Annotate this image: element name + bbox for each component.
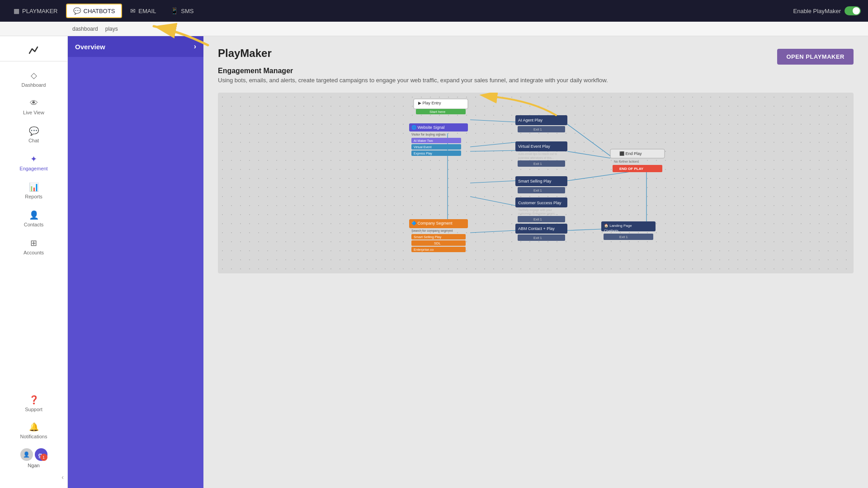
content-wrapper: PlayMaker OPEN PLAYMAKER Engagement Mana… xyxy=(218,47,854,273)
enable-toggle: Enable PlayMaker xyxy=(793,6,861,15)
notifications-icon: 🔔 xyxy=(29,422,39,432)
svg-text:🏠 Landing Page: 🏠 Landing Page xyxy=(604,223,632,228)
sms-icon: 📱 xyxy=(170,7,178,14)
svg-text:🌐 Website Signal: 🌐 Website Signal xyxy=(411,125,444,130)
svg-text:customers Enterprise pages...: customers Enterprise pages... xyxy=(518,212,557,216)
sidebar-item-reports-label: Reports xyxy=(25,194,42,199)
sidebar-item-notifications[interactable]: 🔔 Notifications xyxy=(4,418,64,444)
svg-line-8 xyxy=(470,197,515,206)
dashboard-icon: ◇ xyxy=(31,70,37,80)
tab-chatbots[interactable]: 💬 CHATBOTS xyxy=(66,4,123,18)
sidebar-item-dashboard-label: Dashboard xyxy=(22,82,46,88)
svg-line-9 xyxy=(470,230,515,233)
tab-playmaker-label: PLAYMAKER xyxy=(22,8,58,14)
svg-text:⬛ End Play: ⬛ End Play xyxy=(619,151,642,156)
left-panel-header[interactable]: Overview › xyxy=(68,36,203,57)
sidebar-item-chat-label: Chat xyxy=(28,138,39,143)
chatbots-icon: 💬 xyxy=(73,7,81,14)
email-icon: ✉ xyxy=(130,7,136,14)
left-panel-title: Overview xyxy=(75,43,105,51)
sub-tab-dashboard[interactable]: dashboard xyxy=(72,24,98,34)
sidebar-item-engagement[interactable]: ✦ Engagement xyxy=(4,150,64,176)
sidebar-item-engagement-label: Engagement xyxy=(19,166,47,171)
sidebar: ◇ Dashboard 👁 Live View 💬 Chat ✦ Engagem… xyxy=(0,36,68,488)
reports-icon: 📊 xyxy=(29,182,39,192)
diagram-svg: ▶ Play Entry Start here 🌐 Website Signal… xyxy=(218,93,854,273)
tab-email-label: EMAIL xyxy=(138,8,156,14)
sidebar-item-dashboard[interactable]: ◇ Dashboard xyxy=(4,66,64,92)
diagram-background: ▶ Play Entry Start here 🌐 Website Signal… xyxy=(218,93,854,273)
top-bar: ▦ PLAYMAKER 💬 CHATBOTS ✉ EMAIL 📱 SMS Ena… xyxy=(0,0,868,22)
svg-text:END OF PLAY: END OF PLAY xyxy=(619,167,644,171)
svg-text:AI Maker Two: AI Maker Two xyxy=(414,139,433,142)
sidebar-item-reports[interactable]: 📊 Reports xyxy=(4,178,64,204)
svg-text:Smart Selling Play: Smart Selling Play xyxy=(518,179,552,183)
svg-text:ABM Contact + Play: ABM Contact + Play xyxy=(518,226,555,231)
svg-line-2 xyxy=(470,142,515,147)
svg-text:Exit 1: Exit 1 xyxy=(619,235,628,239)
svg-text:Customer Success Play: Customer Success Play xyxy=(518,201,561,205)
svg-text:Search for company segment: Search for company segment xyxy=(411,229,453,233)
chevron-right-icon: › xyxy=(194,42,196,51)
enable-label: Enable PlayMaker xyxy=(793,8,841,14)
sidebar-item-contacts[interactable]: 👤 Contacts xyxy=(4,206,64,232)
tab-email[interactable]: ✉ EMAIL xyxy=(124,5,162,17)
left-panel: Overview › xyxy=(68,36,203,488)
svg-text:Exit 1: Exit 1 xyxy=(533,217,542,221)
svg-text:No further actions: No further actions xyxy=(614,160,639,163)
engagement-icon: ✦ xyxy=(30,154,37,164)
svg-text:Virtual Event Play: Virtual Event Play xyxy=(518,144,550,149)
avatar: 👤 xyxy=(20,448,33,461)
sidebar-item-contacts-label: Contacts xyxy=(24,222,43,227)
svg-text:Exit 1: Exit 1 xyxy=(533,188,542,192)
accounts-icon: ⊞ xyxy=(30,238,37,248)
sidebar-item-support[interactable]: ❓ Support xyxy=(4,390,64,417)
diagram-container: ▶ Play Entry Start here 🌐 Website Signal… xyxy=(218,93,854,273)
collapse-icon: ‹ xyxy=(61,474,64,481)
top-tabs: ▦ PLAYMAKER 💬 CHATBOTS ✉ EMAIL 📱 SMS xyxy=(7,4,793,18)
sidebar-item-liveview[interactable]: 👁 Live View xyxy=(4,94,64,120)
sidebar-bottom: ❓ Support 🔔 Notifications 👤 g. 1 Ngan ‹ xyxy=(0,389,67,488)
sidebar-logo xyxy=(0,40,67,61)
open-playmaker-button[interactable]: OPEN PLAYMAKER xyxy=(777,49,854,65)
collapse-button[interactable]: ‹ xyxy=(0,472,67,483)
svg-line-10 xyxy=(567,229,601,230)
svg-text:Exit 1: Exit 1 xyxy=(533,162,542,166)
svg-text:Virtual Event: Virtual Event xyxy=(414,145,432,149)
svg-text:SDL: SDL xyxy=(434,241,441,245)
sidebar-item-support-label: Support xyxy=(25,407,42,412)
sidebar-item-liveview-label: Live View xyxy=(23,110,44,115)
svg-text:▶ Play Entry: ▶ Play Entry xyxy=(418,101,441,105)
svg-text:Tactfully engage with your: Tactfully engage with your xyxy=(518,208,552,212)
playmaker-toggle[interactable] xyxy=(844,6,861,15)
sidebar-item-notifications-label: Notifications xyxy=(20,434,47,439)
svg-text:Visitor for buying signals: Visitor for buying signals xyxy=(411,133,446,136)
contacts-icon: 👤 xyxy=(29,210,39,220)
tab-sms-label: SMS xyxy=(181,8,193,14)
page-title: PlayMaker xyxy=(218,47,854,60)
sidebar-item-chat[interactable]: 💬 Chat xyxy=(4,122,64,148)
main-layout: ◇ Dashboard 👁 Live View 💬 Chat ✦ Engagem… xyxy=(0,36,868,488)
sidebar-item-accounts[interactable]: ⊞ Accounts xyxy=(4,234,64,260)
chat-icon: 💬 xyxy=(29,126,39,136)
sidebar-item-accounts-label: Accounts xyxy=(24,250,44,255)
svg-rect-68 xyxy=(604,234,653,240)
sub-tab-plays[interactable]: plays xyxy=(105,24,118,34)
section-title: Engagement Manager xyxy=(218,67,854,75)
sidebar-user: 👤 g. 1 Ngan xyxy=(0,445,67,472)
tab-sms[interactable]: 📱 SMS xyxy=(164,5,200,17)
svg-line-5 xyxy=(567,151,610,158)
svg-text:Chatbots: Chatbots xyxy=(604,229,618,233)
main-content: PlayMaker OPEN PLAYMAKER Engagement Mana… xyxy=(203,36,868,488)
svg-text:Exit 1: Exit 1 xyxy=(533,236,542,240)
notification-badge: 1 xyxy=(40,454,47,461)
svg-line-4 xyxy=(567,124,610,156)
support-icon: ❓ xyxy=(29,395,39,405)
tab-chatbots-label: CHATBOTS xyxy=(84,8,115,14)
svg-text:Smart Selling Play: Smart Selling Play xyxy=(414,235,442,239)
sub-tabs: dashboard plays xyxy=(0,22,868,36)
svg-line-7 xyxy=(470,181,515,183)
svg-text:Express Play: Express Play xyxy=(414,152,432,155)
engagement-section: Engagement Manager Using bots, emails, a… xyxy=(218,67,854,84)
tab-playmaker[interactable]: ▦ PLAYMAKER xyxy=(7,5,64,17)
